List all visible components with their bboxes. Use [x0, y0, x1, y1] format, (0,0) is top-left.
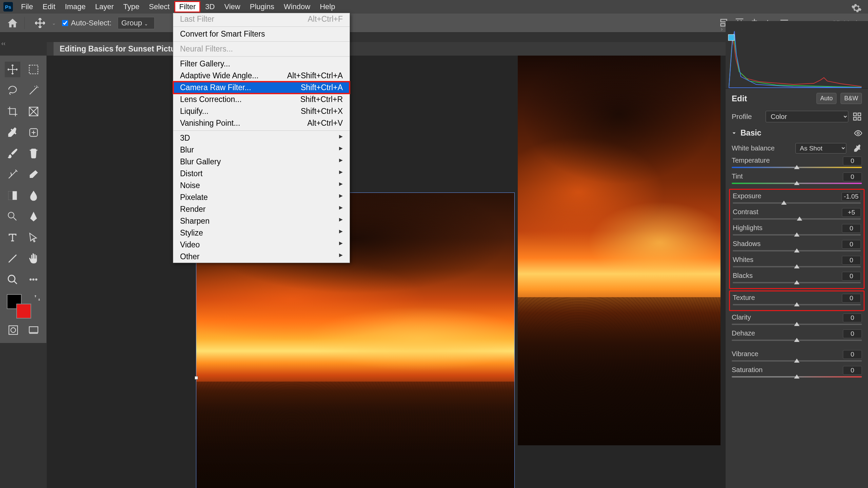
- filter-menu-item[interactable]: Blur Gallery▶: [173, 156, 350, 168]
- collapse-toolbar-icon[interactable]: ‹‹: [1, 40, 5, 47]
- tint-slider[interactable]: Tint0: [726, 171, 868, 187]
- menu-bar: Ps FileEditImageLayerTypeSelectFilter3DV…: [0, 0, 868, 14]
- line-tool[interactable]: [5, 251, 20, 266]
- photoshop-logo-icon: Ps: [3, 2, 13, 12]
- clone-stamp-tool[interactable]: [26, 146, 41, 161]
- marquee-tool[interactable]: [26, 62, 41, 77]
- wb-eyedropper-icon[interactable]: [853, 144, 862, 153]
- menu-edit[interactable]: Edit: [38, 1, 60, 13]
- profile-browser-icon[interactable]: [852, 112, 862, 121]
- filter-menu-item[interactable]: Video▶: [173, 239, 350, 251]
- svg-rect-11: [29, 327, 38, 332]
- tool-chevron-icon[interactable]: ⌄: [52, 20, 56, 26]
- pen-tool[interactable]: [26, 209, 41, 224]
- auto-select-mode-dropdown[interactable]: Group ⌄: [118, 17, 155, 29]
- highlights-slider[interactable]: Highlights0: [730, 223, 864, 239]
- filter-menu-item[interactable]: Adaptive Wide Angle...Alt+Shift+Ctrl+A: [173, 70, 350, 82]
- profile-dropdown[interactable]: Color: [766, 111, 848, 122]
- filter-menu-item[interactable]: Noise▶: [173, 180, 350, 191]
- texture-slider[interactable]: Texture0: [730, 293, 864, 309]
- menu-help[interactable]: Help: [315, 1, 340, 13]
- basic-section-header[interactable]: Basic: [726, 125, 868, 141]
- color-swatches[interactable]: [5, 294, 42, 318]
- dehaze-slider[interactable]: Dehaze0: [726, 328, 868, 344]
- whites-slider[interactable]: Whites0: [730, 255, 864, 271]
- filter-menu-item[interactable]: Filter Gallery...: [173, 58, 350, 70]
- auto-button[interactable]: Auto: [816, 93, 836, 104]
- menu-file[interactable]: File: [16, 1, 38, 13]
- filter-menu-item[interactable]: Vanishing Point...Alt+Ctrl+V: [173, 117, 350, 129]
- gradient-tool[interactable]: [5, 188, 20, 203]
- swap-colors-icon[interactable]: [34, 294, 41, 302]
- texture-slider-group: Texture0: [729, 290, 865, 311]
- filter-menu-item[interactable]: Sharpen▶: [173, 215, 350, 227]
- eyedropper-tool[interactable]: [5, 125, 20, 140]
- type-tool[interactable]: [5, 230, 20, 245]
- history-brush-tool[interactable]: [5, 167, 20, 182]
- path-selection-tool[interactable]: [26, 230, 41, 245]
- visibility-toggle-icon[interactable]: [854, 129, 863, 138]
- menu-view[interactable]: View: [219, 1, 245, 13]
- settings-gear-icon[interactable]: [851, 3, 862, 14]
- menu-window[interactable]: Window: [279, 1, 315, 13]
- white-balance-dropdown[interactable]: As Shot: [795, 143, 846, 154]
- bw-button[interactable]: B&W: [841, 93, 862, 104]
- svg-rect-12: [728, 35, 734, 41]
- edit-panel-title: Edit: [732, 94, 812, 103]
- filter-menu-item[interactable]: Convert for Smart Filters: [173, 28, 350, 40]
- filter-menu-item[interactable]: Lens Correction...Shift+Ctrl+R: [173, 94, 350, 105]
- frame-tool[interactable]: [26, 104, 41, 119]
- transform-handle[interactable]: [195, 376, 198, 380]
- blur-tool[interactable]: [26, 188, 41, 203]
- menu-3d[interactable]: 3D: [200, 1, 219, 13]
- background-color-swatch[interactable]: [16, 304, 31, 319]
- dodge-tool[interactable]: [5, 209, 20, 224]
- clarity-slider[interactable]: Clarity0: [726, 312, 868, 328]
- filter-menu-item[interactable]: Pixelate▶: [173, 191, 350, 203]
- eraser-tool[interactable]: [26, 167, 41, 182]
- hand-tool[interactable]: [26, 251, 41, 266]
- filter-menu-item[interactable]: Render▶: [173, 203, 350, 215]
- menu-select[interactable]: Select: [144, 1, 174, 13]
- auto-select-checkbox[interactable]: Auto-Select:: [62, 19, 112, 27]
- home-icon[interactable]: [7, 17, 18, 29]
- zoom-tool[interactable]: [5, 272, 20, 287]
- brush-tool[interactable]: [5, 146, 20, 161]
- filter-menu-item[interactable]: 3D▶: [173, 132, 350, 144]
- filter-menu-item[interactable]: Liquify...Shift+Ctrl+X: [173, 105, 350, 117]
- filter-menu-item[interactable]: Stylize▶: [173, 227, 350, 239]
- quick-mask-icon[interactable]: [6, 323, 20, 337]
- menu-plugins[interactable]: Plugins: [245, 1, 279, 13]
- contrast-slider[interactable]: Contrast+5: [730, 207, 864, 223]
- filter-menu-item[interactable]: Other▶: [173, 251, 350, 263]
- screen-mode-icon[interactable]: [27, 323, 40, 337]
- filter-menu-item[interactable]: Distort▶: [173, 168, 350, 180]
- shadows-slider[interactable]: Shadows0: [730, 239, 864, 255]
- move-tool[interactable]: [5, 62, 20, 77]
- blacks-slider[interactable]: Blacks0: [730, 271, 864, 287]
- saturation-slider[interactable]: Saturation0: [726, 365, 868, 381]
- vibrance-slider[interactable]: Vibrance0: [726, 349, 868, 365]
- svg-point-8: [8, 275, 15, 282]
- svg-rect-16: [858, 117, 861, 120]
- filter-menu-item[interactable]: Camera Raw Filter...Shift+Ctrl+A: [173, 82, 350, 94]
- magic-wand-tool[interactable]: [26, 83, 41, 98]
- menu-layer[interactable]: Layer: [91, 1, 119, 13]
- tools-panel: •••: [0, 56, 47, 343]
- crop-tool[interactable]: [5, 104, 20, 119]
- exposure-slider[interactable]: Exposure-1.05: [730, 191, 864, 207]
- edit-toolbar-icon[interactable]: •••: [26, 272, 41, 287]
- svg-rect-6: [8, 191, 13, 200]
- move-tool-icon[interactable]: [34, 17, 46, 29]
- temperature-slider[interactable]: Temperature0: [726, 156, 868, 171]
- lasso-tool[interactable]: [5, 83, 20, 98]
- healing-brush-tool[interactable]: [26, 125, 41, 140]
- svg-point-17: [857, 132, 860, 134]
- filter-menu-item[interactable]: Blur▶: [173, 144, 350, 156]
- collapse-panels-icon[interactable]: ›: [721, 22, 724, 36]
- menu-image[interactable]: Image: [60, 1, 90, 13]
- document-tab[interactable]: Editing Basics for Sunset Pictures: [54, 42, 193, 56]
- svg-rect-14: [858, 113, 861, 116]
- menu-filter[interactable]: Filter: [174, 1, 200, 13]
- menu-type[interactable]: Type: [119, 1, 144, 13]
